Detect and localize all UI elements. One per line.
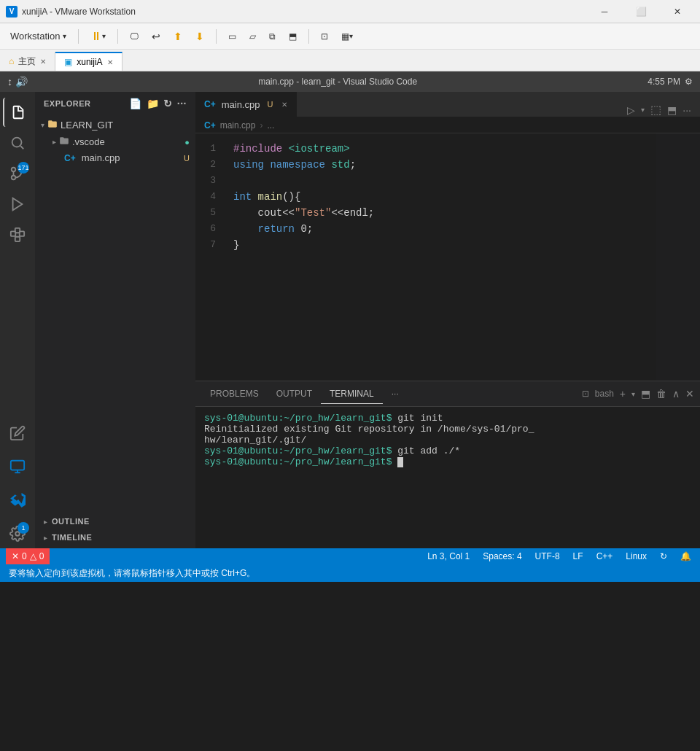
toolbar-separator-3	[216, 29, 217, 44]
vscode-window-title: main.cpp - learn_git - Visual Studio Cod…	[28, 77, 648, 87]
run-dropdown[interactable]: ▾	[641, 106, 645, 114]
terminal-line-4: sys-01@ubuntu:~/pro_hw/learn_git$ git ad…	[204, 445, 691, 456]
activity-explorer[interactable]	[3, 98, 32, 127]
vscode-folder-name: .vscode	[72, 136, 105, 147]
timeline-section[interactable]: ▸ TIMELINE	[35, 529, 195, 545]
vscode-folder[interactable]: ▸ .vscode ●	[35, 133, 195, 150]
code-editor[interactable]: 1 2 3 4 5 6 7 #include <iostream> using …	[195, 133, 700, 381]
vmtools-btn2[interactable]: ↩	[147, 28, 165, 44]
home-tab-close[interactable]: ✕	[40, 58, 46, 66]
vscode-settings-icon[interactable]: ⚙	[685, 77, 693, 87]
terminal-line-5: sys-01@ubuntu:~/pro_hw/learn_git$	[204, 456, 691, 467]
main-cpp-file[interactable]: C+ main.cpp U	[35, 150, 195, 166]
view-btn3[interactable]: ⧉	[265, 29, 280, 44]
status-left: ✕ 0 △ 0	[6, 548, 50, 564]
view-btn2[interactable]: ▱	[245, 29, 260, 44]
activity-terminal[interactable]	[3, 452, 32, 481]
fullscreen-btn[interactable]: ⊡	[316, 29, 332, 44]
code-content[interactable]: #include <iostream> using namespace std;…	[225, 133, 656, 381]
vm-tab-close[interactable]: ✕	[107, 58, 113, 66]
cursor-position[interactable]: Ln 3, Col 1	[424, 551, 472, 561]
minimize-button[interactable]: ─	[588, 0, 621, 23]
pause-button[interactable]: ⏸ ▾	[86, 28, 110, 45]
trash-terminal-btn[interactable]: 🗑	[656, 388, 666, 400]
terminal-panel: PROBLEMS OUTPUT TERMINAL ··· ⊡ bash + ▾ …	[195, 381, 700, 548]
terminal-shell-label: ⊡ bash	[582, 389, 613, 399]
run-icon[interactable]: ▷	[627, 104, 635, 116]
terminal-actions: ⊡ bash + ▾ ⬒ 🗑 ∧ ✕	[582, 388, 694, 400]
home-icon: ⌂	[9, 56, 14, 66]
error-warning-status[interactable]: ✕ 0 △ 0	[6, 548, 50, 564]
activity-edit[interactable]	[3, 419, 32, 448]
terminal-tab[interactable]: TERMINAL	[321, 384, 383, 404]
vm-tab-label: xunijiA	[77, 57, 102, 67]
new-file-icon[interactable]: 📄	[129, 98, 142, 109]
root-folder[interactable]: ▾ LEARN_GIT	[35, 117, 195, 133]
activity-settings[interactable]: 1	[3, 519, 32, 548]
source-control-badge: 171	[18, 162, 29, 174]
new-folder-icon[interactable]: 📁	[147, 98, 160, 109]
pause-icon: ⏸	[90, 30, 102, 43]
home-tab[interactable]: ⌂ 主页 ✕	[0, 52, 55, 71]
activity-debug[interactable]	[3, 190, 32, 219]
restore-button[interactable]: ⬜	[624, 0, 658, 23]
vmtools-btn3[interactable]: ⬆	[169, 28, 187, 44]
activity-extensions[interactable]	[3, 220, 32, 249]
collapse-panel-btn[interactable]: ∧	[672, 388, 680, 400]
line-ending-status[interactable]: LF	[570, 551, 586, 561]
editor-tab-actions: ▷ ▾ ⬚ ⬒ ···	[627, 103, 700, 117]
sync-icon: ↻	[660, 551, 667, 561]
terminal-cursor	[397, 457, 403, 467]
problems-tab[interactable]: PROBLEMS	[201, 384, 268, 403]
diff-icon[interactable]: ⬚	[650, 103, 661, 117]
outline-section[interactable]: ▸ OUTLINE	[35, 513, 195, 529]
terminal-more[interactable]: ···	[383, 384, 408, 403]
cpp-tab-close[interactable]: ✕	[281, 101, 287, 109]
cpp-tab-status: U	[267, 100, 273, 109]
app-icon-text: V	[9, 7, 15, 15]
terminal-content[interactable]: sys-01@ubuntu:~/pro_hw/learn_git$ git in…	[195, 407, 700, 548]
split-terminal-btn[interactable]: ⬒	[641, 388, 650, 400]
more-actions-icon[interactable]: ···	[682, 104, 691, 116]
output-tab[interactable]: OUTPUT	[268, 384, 321, 403]
activity-search[interactable]	[3, 128, 32, 157]
vscode-titlebar-right: 4:55 PM ⚙	[648, 77, 693, 87]
vscode-time: 4:55 PM	[648, 77, 680, 87]
close-button[interactable]: ✕	[661, 0, 694, 23]
fullscreen-icon: ⊡	[321, 31, 328, 42]
sync-status[interactable]: ↻	[657, 551, 670, 561]
activity-bar: 171	[0, 92, 35, 548]
toolbar-separator-2	[117, 29, 118, 44]
split-editor-icon[interactable]: ⬒	[667, 104, 677, 116]
window-controls: ─ ⬜ ✕	[588, 0, 694, 23]
vm-machine-tab[interactable]: ▣ xunijiA ✕	[55, 52, 122, 71]
close-panel-btn[interactable]: ✕	[685, 388, 694, 400]
more-view-btn[interactable]: ▦ ▾	[337, 29, 357, 44]
svg-rect-11	[11, 461, 24, 470]
line-ending-text: LF	[573, 551, 583, 561]
more-options-icon[interactable]: ···	[177, 98, 187, 109]
terminal-line-2: Reinitialized existing Git repository in…	[204, 424, 691, 435]
language-status[interactable]: C++	[594, 551, 616, 561]
activity-source-control[interactable]: 171	[3, 159, 32, 188]
os-status[interactable]: Linux	[623, 551, 650, 561]
vmtools-btn4[interactable]: ⬇	[191, 28, 209, 44]
code-line-4: int main(){	[233, 189, 648, 205]
vscode-titlebar: ↕ 🔊 main.cpp - learn_git - Visual Studio…	[0, 71, 700, 92]
add-terminal-btn[interactable]: +	[620, 388, 626, 400]
encoding-status[interactable]: UTF-8	[532, 551, 563, 561]
breadcrumb-root[interactable]: main.cpp	[220, 120, 256, 131]
add-dropdown[interactable]: ▾	[631, 390, 635, 398]
editor-tab-main-cpp[interactable]: C+ main.cpp U ✕	[195, 92, 297, 117]
workstation-menu[interactable]: Workstation ▾	[6, 28, 71, 44]
refresh-icon[interactable]: ↻	[163, 98, 173, 109]
bell-status[interactable]: 🔔	[677, 551, 694, 561]
vmtools-btn1[interactable]: 🖵	[125, 29, 143, 44]
titlebar: V xunijiA - VMware Workstation ─ ⬜ ✕	[0, 0, 700, 23]
spaces-setting[interactable]: Spaces: 4	[480, 551, 524, 561]
vmtools-icon1: 🖵	[130, 31, 139, 42]
view-btn1[interactable]: ▭	[224, 29, 241, 44]
view-btn4[interactable]: ⬒	[284, 29, 301, 44]
cpp-tab-icon: C+	[204, 99, 216, 109]
sidebar-header-icons: 📄 📁 ↻ ···	[129, 98, 187, 109]
